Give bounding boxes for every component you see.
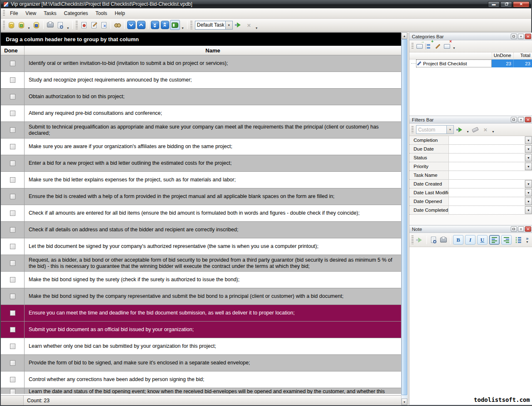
- open-database-icon[interactable]: [16, 20, 26, 30]
- column-header-total[interactable]: Total: [513, 52, 532, 59]
- move-up-icon[interactable]: [136, 20, 146, 30]
- categories-toolbar-dropdown-icon[interactable]: ▼: [451, 47, 457, 50]
- filter-dropdown-icon[interactable]: ▼: [525, 145, 532, 153]
- apply-task-template-icon[interactable]: [234, 20, 244, 30]
- vertical-scrollbar[interactable]: ▲ ▼: [401, 32, 407, 405]
- task-row[interactable]: Provide the form of bid to be signed, an…: [1, 355, 401, 371]
- task-checkbox[interactable]: [10, 377, 15, 382]
- menu-item-file[interactable]: File: [6, 9, 22, 17]
- menu-item-view[interactable]: View: [22, 9, 40, 17]
- find-tasks-icon[interactable]: [113, 20, 123, 30]
- task-row[interactable]: Make the bid bond signed by the surety (…: [1, 272, 401, 288]
- new-database-icon[interactable]: [6, 20, 16, 30]
- close-button-icon[interactable]: ✕: [513, 1, 530, 7]
- filter-dropdown-icon[interactable]: ▼: [525, 163, 532, 170]
- categories-restore-icon[interactable]: [511, 34, 517, 39]
- task-row[interactable]: Study and recognize project requirements…: [1, 72, 401, 89]
- category-row[interactable]: Project Bid Checklist 23 23: [409, 59, 532, 67]
- filter-value-field[interactable]: [449, 180, 525, 188]
- toolbar-overflow-dropdown-icon[interactable]: ▼: [254, 27, 259, 30]
- filter-value-field[interactable]: [449, 197, 525, 205]
- task-checkbox[interactable]: [10, 360, 15, 366]
- task-row[interactable]: Identify oral or written invitation-to-b…: [1, 55, 401, 72]
- task-row[interactable]: Obtain authorization to bid on this proj…: [1, 89, 401, 105]
- task-row[interactable]: Enter a bid for a new project with a bid…: [1, 155, 401, 172]
- column-header-undone[interactable]: UnDone: [492, 52, 513, 59]
- task-checkbox[interactable]: [10, 344, 15, 349]
- scrollbar-thumb[interactable]: [401, 39, 407, 395]
- filter-dropdown-icon[interactable]: ▼: [525, 154, 532, 161]
- task-row[interactable]: Learn whether only one bid can be submit…: [1, 338, 401, 355]
- menu-item-tasks[interactable]: Tasks: [40, 9, 60, 17]
- save-database-icon[interactable]: [32, 20, 42, 30]
- scroll-down-icon[interactable]: ▼: [401, 399, 407, 405]
- task-checkbox[interactable]: [10, 389, 15, 394]
- delete-task-icon[interactable]: ×: [99, 20, 109, 30]
- task-row[interactable]: Check if all details on address and stat…: [1, 222, 401, 238]
- task-template-dropdown-icon[interactable]: ▼: [225, 21, 232, 29]
- overflow-chevron-icon[interactable]: »: [526, 236, 528, 240]
- note-print-preview-icon[interactable]: [429, 235, 438, 245]
- filter-value-field[interactable]: [449, 136, 525, 144]
- move-to-top-icon[interactable]: [160, 20, 170, 30]
- filter-value-field[interactable]: [449, 153, 525, 162]
- task-row[interactable]: Submit your bid document as an official …: [1, 322, 401, 338]
- print-icon[interactable]: [45, 20, 55, 30]
- task-row[interactable]: Attend any required pre-bid consultation…: [1, 105, 401, 122]
- apply-filter-dropdown-icon[interactable]: ▼: [465, 130, 470, 133]
- restore-button-icon[interactable]: [500, 1, 512, 7]
- apply-filter-icon[interactable]: [455, 125, 465, 135]
- new-task-icon[interactable]: [79, 20, 89, 30]
- task-row[interactable]: Learn the date and status of the bid ope…: [1, 388, 401, 394]
- task-checkbox[interactable]: [10, 94, 15, 99]
- new-category-icon[interactable]: →: [415, 42, 424, 51]
- filters-toolbar-dropdown-icon[interactable]: ▼: [490, 130, 496, 133]
- open-database-dropdown-icon[interactable]: ▼: [26, 27, 32, 30]
- bullet-list-icon[interactable]: [513, 235, 524, 245]
- note-restore-icon[interactable]: [511, 226, 517, 232]
- column-header-done[interactable]: Done: [1, 46, 25, 55]
- task-checkbox[interactable]: [10, 227, 15, 233]
- delete-category-icon[interactable]: ×: [442, 42, 451, 51]
- note-pin-icon[interactable]: [518, 226, 524, 232]
- task-row[interactable]: Make sure the bid letter explains expens…: [1, 172, 401, 188]
- task-checkbox[interactable]: [10, 127, 15, 133]
- filters-pin-icon[interactable]: [518, 117, 524, 122]
- task-checkbox[interactable]: [10, 310, 15, 316]
- filter-value-field[interactable]: [449, 162, 525, 171]
- task-row[interactable]: Let the bid document be signed by your c…: [1, 238, 401, 255]
- task-checkbox[interactable]: [10, 77, 15, 83]
- edit-task-icon[interactable]: [89, 20, 99, 30]
- clear-filter-icon[interactable]: [470, 125, 480, 135]
- task-checkbox[interactable]: [10, 277, 15, 282]
- categories-close-icon[interactable]: x: [525, 34, 531, 39]
- note-toolbar-dropdown-icon[interactable]: ▼: [525, 240, 530, 243]
- categories-pin-icon[interactable]: [518, 34, 524, 39]
- underline-icon[interactable]: U: [477, 235, 488, 245]
- task-checkbox[interactable]: [10, 177, 15, 183]
- note-editor[interactable]: todolistsoft.com: [409, 247, 532, 405]
- task-row[interactable]: Make sure you are aware if your organiza…: [1, 139, 401, 155]
- filters-close-icon[interactable]: x: [525, 117, 531, 122]
- category-name-cell[interactable]: Project Bid Checklist: [416, 59, 492, 67]
- task-checkbox[interactable]: [10, 260, 15, 266]
- filter-dropdown-icon[interactable]: ▼: [525, 198, 532, 205]
- filter-value-field[interactable]: [449, 206, 525, 214]
- group-by-banner[interactable]: Drag a column header here to group by th…: [1, 32, 401, 46]
- column-header-name[interactable]: Name: [25, 46, 401, 55]
- move-to-bottom-icon[interactable]: [150, 20, 160, 30]
- menu-item-categories[interactable]: Categories: [60, 9, 92, 17]
- toggle-notes-dropdown-icon[interactable]: ▼: [180, 27, 185, 30]
- move-down-icon[interactable]: [126, 20, 136, 30]
- task-row[interactable]: Make the bid bond signed by the company …: [1, 288, 401, 305]
- note-print-icon[interactable]: [438, 235, 448, 245]
- task-checkbox[interactable]: [10, 194, 15, 199]
- filter-value-field[interactable]: [449, 188, 525, 197]
- edit-category-icon[interactable]: [433, 42, 442, 51]
- filter-value-field[interactable]: [449, 145, 525, 153]
- filter-dropdown-icon[interactable]: ▼: [525, 136, 532, 144]
- toggle-notes-icon[interactable]: [170, 20, 180, 30]
- menu-item-tools[interactable]: Tools: [92, 9, 111, 17]
- new-subcategory-icon[interactable]: +: [424, 42, 433, 51]
- task-row[interactable]: Request, as a bidder, a bid bond or othe…: [1, 255, 401, 272]
